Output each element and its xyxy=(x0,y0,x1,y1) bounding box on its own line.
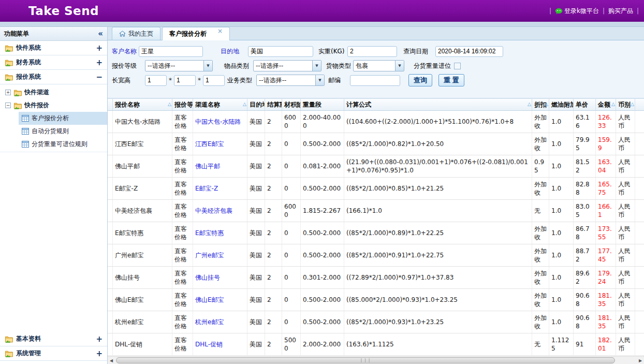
cell-channel-name[interactable]: E邮宝特惠 xyxy=(193,222,247,244)
sort-arrow-icon[interactable]: △ xyxy=(545,99,548,110)
weight-carry-checkbox[interactable] xyxy=(454,63,461,69)
table-row[interactable]: 中国大包-水陆路直客价格中国大包-水陆路美国260002.000-40.000(… xyxy=(108,111,644,133)
column-header-amount[interactable]: 金额△ xyxy=(596,99,616,110)
chevron-down-icon[interactable]: ▼ xyxy=(312,61,321,71)
reset-button[interactable]: 重 置 xyxy=(438,74,464,86)
cell-settle-weight: 2 xyxy=(265,289,282,311)
cell-channel-name[interactable]: DHL-促销 xyxy=(193,333,247,355)
tree-toggle-icon[interactable]: − xyxy=(5,103,11,108)
actual-weight-input[interactable] xyxy=(347,46,397,57)
cell-channel-name[interactable]: E邮宝-Z xyxy=(193,178,247,199)
cell-channel-name[interactable]: 佛山挂号 xyxy=(193,267,247,288)
tab-customer-quote-analysis[interactable]: 客户报价分析× xyxy=(162,27,230,40)
column-header-destination[interactable]: 目的地 xyxy=(247,99,265,110)
sort-arrow-icon[interactable]: △ xyxy=(528,99,531,110)
scrollbar-thumb[interactable]: ❘❘❘ xyxy=(116,357,615,363)
column-header-quote-grade[interactable]: 报价等级 xyxy=(172,99,193,110)
column-header-label: 币别 xyxy=(618,101,631,108)
column-header-unit-price[interactable]: 单价 xyxy=(574,99,596,110)
table-row[interactable]: 江西E邮宝直客价格江西E邮宝美国200.500-2.000((85*2/1.00… xyxy=(108,133,644,155)
chevron-down-icon[interactable]: ▼ xyxy=(395,61,404,71)
topbar-link[interactable]: 购买产品 xyxy=(608,7,633,16)
chevron-down-icon[interactable]: ▼ xyxy=(315,75,324,85)
height-input[interactable] xyxy=(203,75,225,86)
destination-input[interactable] xyxy=(248,46,313,57)
table-row[interactable]: 杭州e邮宝直客价格杭州e邮宝美国200.500-2.000((85*2/1.00… xyxy=(108,311,644,333)
cell-channel-name[interactable]: 中美经济包裹 xyxy=(193,200,247,222)
sidebar-item-express-channel[interactable]: +快件渠道 xyxy=(0,86,107,99)
column-header-fuel-surcharge[interactable]: 燃油附加△ xyxy=(549,99,574,110)
business-type-select[interactable]: --请选择-- ▼ xyxy=(256,75,325,86)
table-row[interactable]: 广州e邮宝直客价格广州e邮宝美国200.500-2.000((85*2/1.00… xyxy=(108,244,644,267)
sidebar-section-basic-data[interactable]: 基本资料+ xyxy=(0,332,107,346)
collapse-sidebar-icon[interactable]: « xyxy=(98,29,103,38)
close-icon[interactable]: × xyxy=(217,27,223,35)
column-header-volume-divisor[interactable]: 材积除 xyxy=(282,99,301,110)
column-header-settle-weight[interactable]: 结算重量 xyxy=(265,99,282,110)
cell-quote-grade: 直客价格 xyxy=(172,244,193,266)
chevron-down-icon[interactable]: ▼ xyxy=(203,61,212,71)
cargo-type-select[interactable]: 包裹 ▼ xyxy=(353,60,404,71)
cell-cut xyxy=(635,222,644,244)
column-header-channel-name[interactable]: 渠道名称△ xyxy=(193,99,247,110)
sidebar-section-finance-system[interactable]: 财务系统+ xyxy=(0,55,107,70)
scroll-left-arrow[interactable]: ◀ xyxy=(108,357,115,364)
table-row[interactable]: 佛山平邮直客价格佛山平邮美国200.081-2.000((21.90+((0.0… xyxy=(108,155,644,178)
quote-grade-select[interactable]: --请选择-- ▼ xyxy=(145,60,213,71)
sidebar-item-allocation-weight-carry-rule[interactable]: 分货重量可进位规则 xyxy=(19,138,107,151)
column-header-weight-range[interactable]: 重量段 xyxy=(301,99,344,110)
search-button[interactable]: 查询 xyxy=(408,74,432,86)
sort-arrow-icon[interactable]: △ xyxy=(631,99,634,110)
width-input[interactable] xyxy=(174,75,196,86)
cell-channel-name[interactable]: 佛山E邮宝 xyxy=(193,289,247,311)
table-row[interactable]: 佛山挂号直客价格佛山挂号美国200.301-2.000((72.89*2/1.0… xyxy=(108,267,644,289)
folder-icon xyxy=(5,45,13,52)
sort-arrow-icon[interactable]: △ xyxy=(243,99,246,110)
tree-toggle-icon[interactable]: + xyxy=(5,90,11,95)
cell-channel-name[interactable]: 佛山平邮 xyxy=(193,155,247,177)
scroll-right-arrow[interactable]: ▶ xyxy=(637,357,644,364)
expand-toggle-icon[interactable]: − xyxy=(96,72,103,82)
column-header-formula[interactable]: 计算公式△ xyxy=(344,99,532,110)
sidebar-item-auto-allocation-rule[interactable]: 自动分货规则 xyxy=(19,125,107,138)
cell-destination: 美国 xyxy=(247,267,265,288)
column-header-discount[interactable]: 折扣△ xyxy=(532,99,549,110)
sidebar-item-customer-quote-analysis[interactable]: 客户报价分析 xyxy=(19,112,107,125)
column-header-currency[interactable]: 币别△ xyxy=(616,99,635,110)
sidebar-section-partial-item[interactable]: 客户系统+ xyxy=(0,361,107,364)
sidebar-item-express-quote[interactable]: −快件报价 xyxy=(0,99,107,112)
cell-channel-name[interactable]: 杭州e邮宝 xyxy=(193,311,247,333)
sort-arrow-icon[interactable]: △ xyxy=(168,99,171,110)
expand-toggle-icon[interactable]: + xyxy=(96,43,103,53)
tab-home[interactable]: 我的主页 xyxy=(112,27,160,40)
sort-arrow-icon[interactable]: △ xyxy=(569,99,573,110)
topbar-link[interactable]: 登录k微平台 xyxy=(555,7,599,16)
cell-settle-weight: 2 xyxy=(265,133,282,155)
cell-spacer xyxy=(108,311,113,333)
item-category-select[interactable]: --请选择-- ▼ xyxy=(253,60,321,71)
horizontal-scrollbar[interactable]: ◀ ❘❘❘ ▶ xyxy=(108,356,644,364)
zip-input[interactable] xyxy=(350,75,400,86)
cell-amount: 181.35 xyxy=(596,289,616,311)
table-row[interactable]: DHL-促销直客价格DHL-促销美国250002.000-2.000(163.6… xyxy=(108,333,644,356)
column-header-quote-name[interactable]: 报价名称△ xyxy=(113,99,172,110)
expand-toggle-icon[interactable]: + xyxy=(96,58,103,67)
query-date-input[interactable] xyxy=(435,46,503,57)
cell-unit-price: 88.72 xyxy=(574,244,596,266)
sidebar-section-express-system[interactable]: 快件系统+ xyxy=(0,41,107,55)
sort-arrow-icon[interactable]: △ xyxy=(611,99,615,110)
customer-name-input[interactable] xyxy=(139,46,203,57)
sidebar-section-system-management[interactable]: 系统管理+ xyxy=(0,346,107,361)
cell-channel-name[interactable]: 江西E邮宝 xyxy=(193,133,247,155)
table-row[interactable]: E邮宝-Z直客价格E邮宝-Z美国200.500-2.000((85*2/1.00… xyxy=(108,178,644,200)
table-row[interactable]: E邮宝特惠直客价格E邮宝特惠美国200.500-2.000((85*2/1.00… xyxy=(108,222,644,244)
table-row[interactable]: 佛山E邮宝直客价格佛山E邮宝美国200.500-2.000((85.000*2/… xyxy=(108,289,644,311)
length-input[interactable] xyxy=(145,75,167,86)
cell-cut xyxy=(635,178,644,199)
cell-channel-name[interactable]: 广州e邮宝 xyxy=(193,244,247,266)
expand-toggle-icon[interactable]: + xyxy=(96,349,103,358)
sidebar-section-quote-system[interactable]: 报价系统− xyxy=(0,70,107,84)
expand-toggle-icon[interactable]: + xyxy=(96,334,103,344)
cell-channel-name[interactable]: 中国大包-水陆路 xyxy=(193,111,247,133)
table-row[interactable]: 中美经济包裹直客价格中美经济包裹美国260001.815-2.267(166.1… xyxy=(108,200,644,222)
